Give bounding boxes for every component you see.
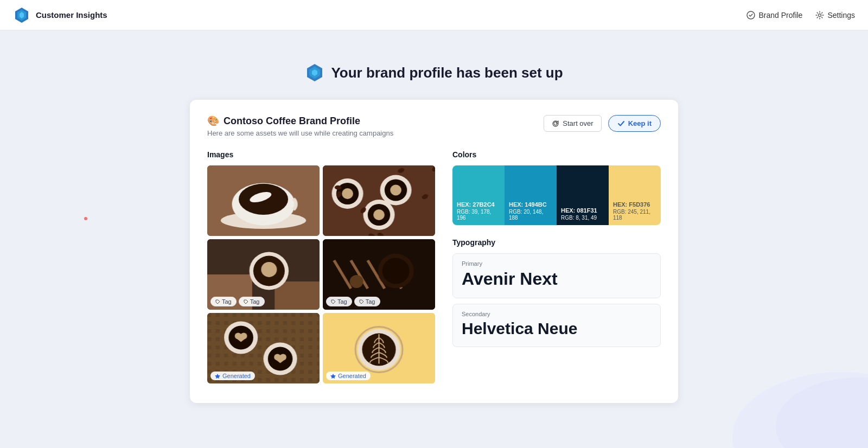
app-title: Customer Insights <box>36 10 107 20</box>
settings-icon <box>815 11 824 20</box>
hero-heading: Your brand profile has been set up <box>305 63 563 82</box>
tag-4: Tag <box>354 297 380 306</box>
circle-check-icon <box>746 11 755 20</box>
card-actions: Start over Keep it <box>544 115 661 132</box>
image-tags-3: Tag Tag <box>210 297 265 306</box>
card-body: Images <box>207 150 661 383</box>
tag-3: Tag <box>326 297 352 306</box>
svg-marker-9 <box>330 374 336 379</box>
secondary-type-card: Secondary Helvetica Neue <box>452 304 661 347</box>
color-swatch: HEX: F5D376RGB: 245, 211, 118 <box>609 165 661 225</box>
card-title-block: 🎨 Contoso Coffee Brand Profile Here are … <box>207 115 393 137</box>
primary-type-card: Primary Avenir Next <box>452 253 661 298</box>
card-emoji: 🎨 <box>207 115 219 127</box>
card-subtitle: Here are some assets we will use while c… <box>207 129 393 137</box>
secondary-type-label: Secondary <box>462 311 652 317</box>
image-cell-2 <box>323 165 435 236</box>
tag-icon <box>331 299 336 304</box>
tag-1: Tag <box>210 297 237 306</box>
svg-marker-8 <box>215 374 220 379</box>
generated-icon <box>215 373 220 379</box>
brand-card: 🎨 Contoso Coffee Brand Profile Here are … <box>190 100 678 403</box>
image-canvas-2 <box>323 165 435 236</box>
images-column: Images <box>207 150 435 383</box>
colors-row: HEX: 27B2C4RGB: 39, 178, 196HEX: 1494BCR… <box>452 165 661 225</box>
tag-2: Tag <box>239 297 265 306</box>
start-over-button[interactable]: Start over <box>544 115 601 132</box>
images-label: Images <box>207 150 435 159</box>
settings-link[interactable]: Settings <box>815 11 855 20</box>
tag-icon <box>215 299 220 304</box>
secondary-font-name: Helvetica Neue <box>462 319 652 338</box>
color-swatch: HEX: 081F31RGB: 8, 31, 49 <box>557 165 609 225</box>
right-column: Colors HEX: 27B2C4RGB: 39, 178, 196HEX: … <box>452 150 661 383</box>
app-logo <box>13 7 30 24</box>
typography-label: Typography <box>452 238 661 247</box>
tag-icon <box>359 299 364 304</box>
hero-title: Your brand profile has been set up <box>331 65 563 81</box>
navbar: Customer Insights Brand Profile Settings <box>0 0 868 30</box>
image-cell-6: Generated <box>323 313 435 383</box>
checkmark-icon <box>617 120 625 127</box>
brand-profile-link[interactable]: Brand Profile <box>746 11 802 20</box>
hero-logo-icon <box>305 63 324 82</box>
tag-icon <box>244 299 248 304</box>
nav-right: Brand Profile Settings <box>746 11 855 20</box>
image-cell-1 <box>207 165 320 236</box>
main-content: Your brand profile has been set up 🎨 Con… <box>0 30 868 425</box>
colors-label: Colors <box>452 150 661 159</box>
card-title: 🎨 Contoso Coffee Brand Profile <box>207 115 393 127</box>
image-cell-4: Tag Tag <box>323 239 435 310</box>
generated-icon <box>330 373 336 379</box>
generated-badge-6: Generated <box>326 372 371 380</box>
svg-point-4 <box>819 14 821 16</box>
color-swatch: HEX: 1494BCRGB: 20, 148, 188 <box>505 165 557 225</box>
primary-font-name: Avenir Next <box>462 269 652 289</box>
images-grid: Tag Tag <box>207 165 435 383</box>
keep-it-button[interactable]: Keep it <box>608 115 661 132</box>
nav-left: Customer Insights <box>13 7 107 24</box>
decorative-dot <box>84 217 87 220</box>
image-cell-3: Tag Tag <box>207 239 320 310</box>
primary-type-label: Primary <box>462 260 652 267</box>
image-canvas-1 <box>207 165 320 236</box>
generated-badge-5: Generated <box>210 372 255 380</box>
card-header: 🎨 Contoso Coffee Brand Profile Here are … <box>207 115 661 137</box>
refresh-icon <box>552 120 559 127</box>
color-swatch: HEX: 27B2C4RGB: 39, 178, 196 <box>452 165 505 225</box>
image-cell-5: Generated <box>207 313 320 383</box>
image-tags-4: Tag Tag <box>326 297 380 306</box>
